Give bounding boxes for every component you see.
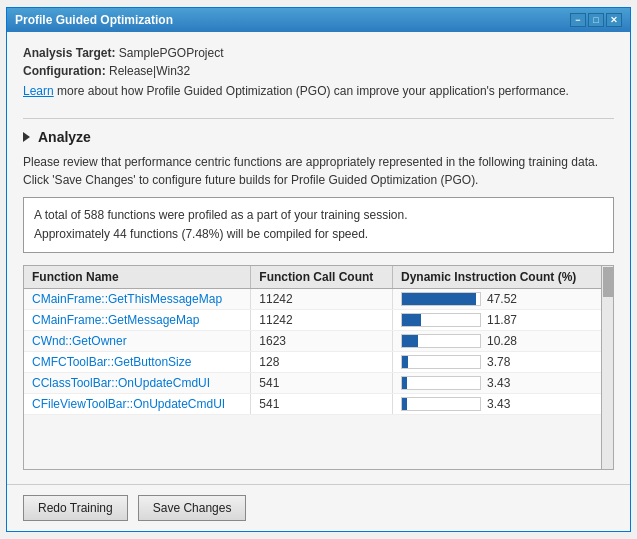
cell-function-name[interactable]: CWnd::GetOwner (24, 331, 251, 352)
scrollbar-thumb[interactable] (603, 267, 613, 297)
analyze-title: Analyze (38, 129, 91, 145)
redo-training-button[interactable]: Redo Training (23, 495, 128, 521)
close-button[interactable]: ✕ (606, 13, 622, 27)
progress-bar (401, 292, 481, 306)
cell-call-count: 11242 (251, 289, 393, 310)
analysis-target-label: Analysis Target: (23, 46, 115, 60)
bar-value: 10.28 (487, 334, 519, 348)
title-bar: Profile Guided Optimization − □ ✕ (7, 8, 630, 32)
col-call-count: Function Call Count (251, 266, 393, 289)
desc-line2: Click 'Save Changes' to configure future… (23, 173, 478, 187)
maximize-button[interactable]: □ (588, 13, 604, 27)
col-function-name: Function Name (24, 266, 251, 289)
cell-instruction-count: 3.78 (393, 352, 614, 373)
cell-call-count: 11242 (251, 310, 393, 331)
configuration-value: Release|Win32 (109, 64, 190, 78)
bar-value: 11.87 (487, 313, 519, 327)
meta-section: Analysis Target: SamplePGOProject Config… (23, 46, 614, 98)
main-content: Analysis Target: SamplePGOProject Config… (7, 32, 630, 484)
divider (23, 118, 614, 119)
cell-instruction-count: 11.87 (393, 310, 614, 331)
expand-icon[interactable] (23, 132, 30, 142)
progress-bar (401, 397, 481, 411)
footer: Redo Training Save Changes (7, 484, 630, 531)
cell-instruction-count: 3.43 (393, 394, 614, 415)
learn-link[interactable]: Learn (23, 84, 54, 98)
bar-value: 3.78 (487, 355, 519, 369)
cell-instruction-count: 10.28 (393, 331, 614, 352)
window-title: Profile Guided Optimization (15, 13, 173, 27)
table-row: CMainFrame::GetThisMessageMap1124247.52 (24, 289, 613, 310)
bar-value: 47.52 (487, 292, 519, 306)
table-row: CMainFrame::GetMessageMap1124211.87 (24, 310, 613, 331)
bar-value: 3.43 (487, 397, 519, 411)
cell-call-count: 128 (251, 352, 393, 373)
bar-fill (402, 377, 407, 389)
description: Please review that performance centric f… (23, 153, 614, 189)
cell-function-name[interactable]: CFileViewToolBar::OnUpdateCmdUI (24, 394, 251, 415)
configuration-label: Configuration: (23, 64, 106, 78)
window-controls: − □ ✕ (570, 13, 622, 27)
bar-fill (402, 293, 476, 305)
cell-function-name[interactable]: CMainFrame::GetMessageMap (24, 310, 251, 331)
learn-desc: more about how Profile Guided Optimizati… (54, 84, 569, 98)
bar-fill (402, 356, 408, 368)
bar-fill (402, 398, 407, 410)
scrollbar[interactable] (601, 266, 613, 469)
analysis-target-row: Analysis Target: SamplePGOProject (23, 46, 614, 60)
analyze-header: Analyze (23, 129, 614, 145)
cell-call-count: 541 (251, 394, 393, 415)
configuration-row: Configuration: Release|Win32 (23, 64, 614, 78)
minimize-button[interactable]: − (570, 13, 586, 27)
cell-instruction-count: 47.52 (393, 289, 614, 310)
col-instruction-count: Dynamic Instruction Count (%) (393, 266, 614, 289)
bar-fill (402, 335, 418, 347)
info-box: A total of 588 functions were profiled a… (23, 197, 614, 253)
progress-bar (401, 355, 481, 369)
info-line1: A total of 588 functions were profiled a… (34, 206, 603, 225)
main-window: Profile Guided Optimization − □ ✕ Analys… (6, 7, 631, 532)
desc-line1: Please review that performance centric f… (23, 155, 598, 169)
table-row: CFileViewToolBar::OnUpdateCmdUI5413.43 (24, 394, 613, 415)
save-changes-button[interactable]: Save Changes (138, 495, 247, 521)
bar-value: 3.43 (487, 376, 519, 390)
cell-instruction-count: 3.43 (393, 373, 614, 394)
cell-function-name[interactable]: CMainFrame::GetThisMessageMap (24, 289, 251, 310)
table-row: CClassToolBar::OnUpdateCmdUI5413.43 (24, 373, 613, 394)
cell-call-count: 1623 (251, 331, 393, 352)
cell-function-name[interactable]: CClassToolBar::OnUpdateCmdUI (24, 373, 251, 394)
info-line2: Approximately 44 functions (7.48%) will … (34, 225, 603, 244)
table-row: CMFCToolBar::GetButtonSize1283.78 (24, 352, 613, 373)
function-table: Function Name Function Call Count Dynami… (24, 266, 613, 415)
learn-row: Learn more about how Profile Guided Opti… (23, 84, 614, 98)
progress-bar (401, 334, 481, 348)
cell-function-name[interactable]: CMFCToolBar::GetButtonSize (24, 352, 251, 373)
progress-bar (401, 376, 481, 390)
cell-call-count: 541 (251, 373, 393, 394)
table-row: CWnd::GetOwner162310.28 (24, 331, 613, 352)
bar-fill (402, 314, 421, 326)
progress-bar (401, 313, 481, 327)
function-table-container: Function Name Function Call Count Dynami… (23, 265, 614, 470)
analysis-target-value: SamplePGOProject (119, 46, 224, 60)
table-header-row: Function Name Function Call Count Dynami… (24, 266, 613, 289)
